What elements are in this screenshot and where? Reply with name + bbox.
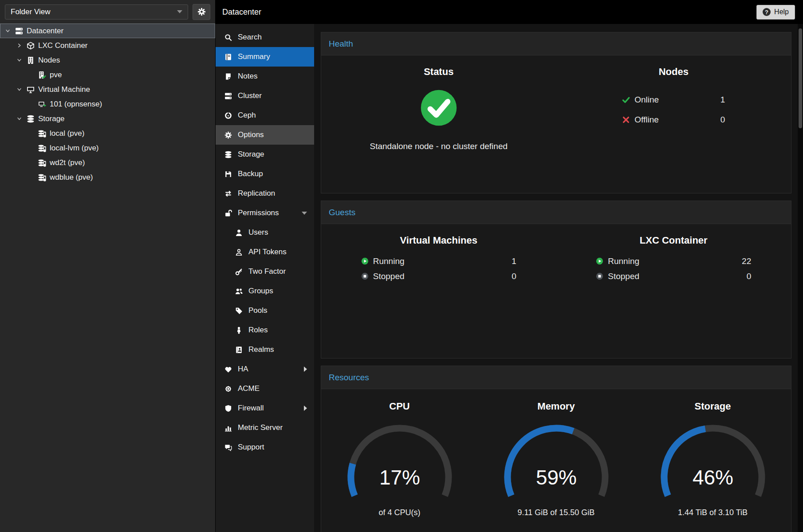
menu-item-summary[interactable]: Summary (216, 47, 314, 67)
tree-item-wd2t-pve[interactable]: wd2t (pve) (0, 155, 215, 170)
node-status-label: Online (634, 95, 659, 105)
health-panel-header: Health (321, 32, 791, 55)
menu-item-backup[interactable]: Backup (216, 164, 314, 184)
menu-item-label: Backup (238, 169, 263, 178)
tree-item-label: wd2t (pve) (50, 158, 85, 167)
key-icon (235, 268, 243, 276)
menu-item-realms[interactable]: Realms (216, 340, 314, 359)
summary-content: Health Status Standalone node - no clust… (314, 24, 798, 532)
tree-item-label: local-lvm (pve) (50, 144, 99, 153)
gauge-subtitle: 1.44 TiB of 3.10 TiB (678, 508, 748, 517)
gauge-storage: Storage46%1.44 TiB of 3.10 TiB (634, 401, 791, 517)
running-icon (596, 257, 603, 265)
main-region: Datacenter ? Help SearchSummaryNotesClus… (216, 0, 803, 532)
storage-drive-icon (38, 130, 46, 138)
page-title: Datacenter (222, 8, 261, 17)
menu-item-permissions[interactable]: Permissions (216, 203, 314, 223)
guest-status-row-stopped: Stopped0 (596, 270, 751, 282)
bar-chart-icon (224, 424, 232, 432)
menu-item-notes[interactable]: Notes (216, 67, 314, 86)
view-selector-dropdown[interactable]: Folder View (5, 4, 188, 20)
menu-item-metric-server[interactable]: Metric Server (216, 418, 314, 437)
node-status-value: 0 (720, 115, 725, 125)
node-status-value: 1 (720, 95, 725, 105)
resources-panel-body: CPU17%of 4 CPU(s)Memory59%9.11 GiB of 15… (321, 389, 791, 517)
nodes-title: Nodes (659, 66, 689, 78)
server-icon (15, 27, 23, 35)
user-icon (235, 229, 243, 236)
chevron-down-icon[interactable] (15, 116, 23, 121)
check-icon (622, 96, 630, 104)
menu-item-label: Permissions (238, 209, 279, 217)
guest-status-row-running: Running22 (596, 255, 751, 267)
menu-item-two-factor[interactable]: Two Factor (216, 262, 314, 281)
menu-item-ha[interactable]: HA (216, 359, 314, 379)
menu-item-search[interactable]: Search (216, 28, 314, 47)
menu-item-pools[interactable]: Pools (216, 301, 314, 320)
menu-item-label: Cluster (238, 91, 262, 100)
tree-item-local-lvm-pve[interactable]: local-lvm (pve) (0, 141, 215, 155)
vertical-scrollbar[interactable] (798, 24, 803, 532)
menu-item-replication[interactable]: Replication (216, 184, 314, 203)
storage-drive-icon (38, 159, 46, 167)
guests-column-virtual-machines: Virtual MachinesRunning1Stopped0 (321, 224, 556, 282)
menu-item-api-tokens[interactable]: API Tokens (216, 242, 314, 262)
guest-status-label: Running (373, 256, 405, 266)
storage-drive-icon (38, 144, 46, 152)
menu-item-support[interactable]: Support (216, 437, 314, 457)
chevron-down-icon[interactable] (4, 28, 12, 33)
menu-item-users[interactable]: Users (216, 223, 314, 242)
tree-item-local-pve[interactable]: local (pve) (0, 126, 215, 141)
tree-item-lxc-container[interactable]: LXC Container (0, 38, 215, 53)
menu-item-cluster[interactable]: Cluster (216, 86, 314, 106)
guest-status-value: 0 (512, 272, 516, 281)
question-icon: ? (763, 8, 771, 16)
node-status-row-offline: Offline0 (622, 112, 725, 128)
guest-status-label: Stopped (373, 272, 405, 281)
menu-item-label: Storage (238, 150, 264, 159)
chevron-down-icon[interactable] (15, 87, 23, 92)
tree-item-storage[interactable]: Storage (0, 111, 215, 126)
menu-item-firewall[interactable]: Firewall (216, 398, 314, 418)
chevron-down-icon[interactable] (15, 58, 23, 63)
stopped-icon (361, 272, 369, 280)
tree-item-datacenter[interactable]: Datacenter (0, 24, 215, 38)
menu-item-groups[interactable]: Groups (216, 281, 314, 301)
gauge-cpu: CPU17%of 4 CPU(s) (321, 401, 478, 517)
menu-item-acme[interactable]: ACME (216, 379, 314, 398)
view-selector-label: Folder View (11, 8, 50, 16)
tree-item-nodes[interactable]: Nodes (0, 53, 215, 67)
shield-icon (224, 405, 232, 412)
resource-sidebar: Folder View DatacenterLXC ContainerNodes… (0, 0, 216, 532)
menu-item-storage[interactable]: Storage (216, 145, 314, 164)
menu-item-roles[interactable]: Roles (216, 320, 314, 340)
cube-icon (27, 42, 35, 50)
gauge-subtitle: 9.11 GiB of 15.50 GiB (518, 508, 595, 517)
sidebar-toolbar: Folder View (0, 0, 215, 24)
help-button[interactable]: ? Help (756, 5, 795, 20)
tree-item-label: Datacenter (27, 27, 63, 35)
tree-item-virtual-machine[interactable]: Virtual Machine (0, 82, 215, 97)
building-icon (27, 56, 35, 64)
chevron-right-icon[interactable] (15, 43, 23, 48)
cross-icon (622, 116, 630, 124)
heart-icon (224, 366, 232, 373)
scrollbar-thumb[interactable] (799, 28, 802, 128)
sidebar-settings-button[interactable] (193, 4, 210, 20)
nodes-status-list: Online1Offline0 (622, 92, 725, 128)
menu-item-label: Ceph (238, 111, 256, 120)
submenu-collapsed-arrow-icon (304, 366, 307, 372)
tree-item-wdblue-pve[interactable]: wdblue (pve) (0, 170, 215, 185)
tag-icon (235, 307, 243, 315)
menu-item-label: Roles (248, 326, 268, 335)
book-icon (224, 53, 232, 61)
proxmox-app: Folder View DatacenterLXC ContainerNodes… (0, 0, 803, 532)
tree-item-pve[interactable]: pve (0, 67, 215, 82)
status-ok-icon (420, 89, 457, 128)
tree-item-101-opnsense[interactable]: 101 (opnsense) (0, 97, 215, 111)
menu-item-ceph[interactable]: Ceph (216, 106, 314, 125)
tree-item-label: LXC Container (38, 41, 88, 50)
guests-column-title: LXC Container (640, 235, 708, 246)
menu-item-options[interactable]: Options (216, 125, 314, 145)
resources-panel: Resources CPU17%of 4 CPU(s)Memory59%9.11… (321, 366, 791, 532)
